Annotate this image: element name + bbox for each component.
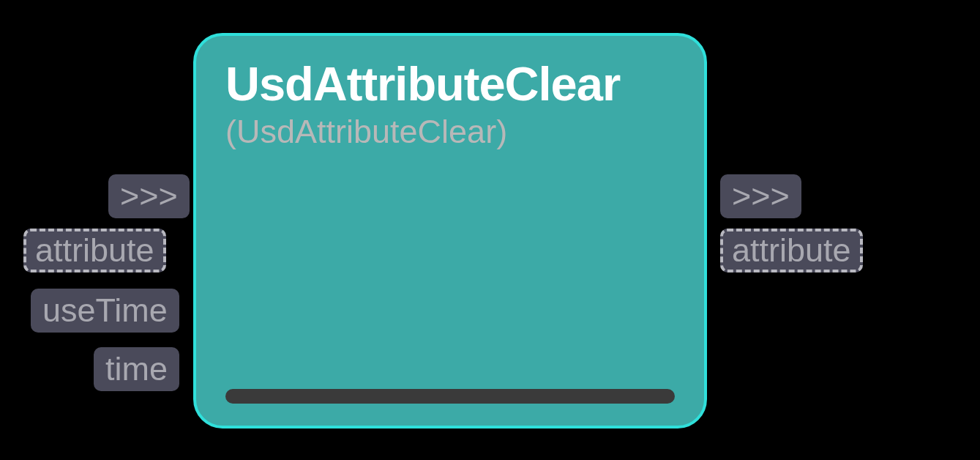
output-port-exec-label: >>> (732, 177, 790, 215)
input-port-exec[interactable]: >>> (108, 174, 190, 218)
output-port-attribute-label: attribute (732, 231, 851, 270)
input-port-time[interactable]: time (94, 347, 179, 391)
node-bottom-bar (225, 389, 675, 404)
input-port-attribute-label: attribute (35, 231, 154, 270)
output-port-exec[interactable]: >>> (720, 174, 801, 218)
input-port-usetime[interactable]: useTime (31, 289, 179, 333)
node-subtitle: (UsdAttributeClear) (225, 113, 675, 151)
input-port-usetime-label: useTime (42, 292, 168, 330)
input-port-attribute[interactable]: attribute (23, 229, 166, 272)
node-body[interactable]: UsdAttributeClear (UsdAttributeClear) (193, 33, 707, 429)
node-title: UsdAttributeClear (225, 56, 675, 111)
input-port-time-label: time (105, 350, 168, 388)
input-port-exec-label: >>> (120, 177, 178, 215)
output-port-attribute[interactable]: attribute (720, 229, 863, 272)
